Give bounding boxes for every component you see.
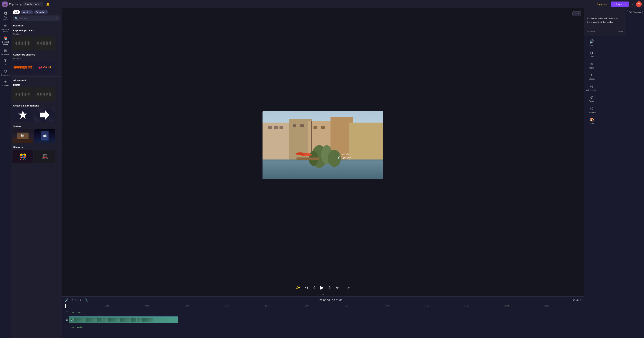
search-icon: 🔍 xyxy=(15,17,18,20)
fade-tool-icon: ◑ xyxy=(590,50,594,55)
rp-audio[interactable]: 🔊 Audio xyxy=(585,38,598,48)
cut-button[interactable]: ✂ xyxy=(79,298,83,302)
video-thumb-1[interactable]: 🏛 xyxy=(12,129,33,142)
rp-speed[interactable]: ⊙ Speed xyxy=(585,94,598,104)
svg-rect-21 xyxy=(296,158,319,160)
transitions-icon: ⬡ xyxy=(4,69,7,73)
sidebar-item-brand-kit[interactable]: ◈ Brand kit xyxy=(0,78,10,88)
svg-rect-11 xyxy=(314,126,317,129)
help-button[interactable]: ? xyxy=(631,1,634,7)
sticker-thumb-2[interactable]: मुझे फॉलो करें xyxy=(34,60,55,74)
skip-forward-button[interactable]: ⏭ xyxy=(335,284,340,290)
shape-thumb-1[interactable] xyxy=(12,108,33,122)
undo-button[interactable]: ↩ xyxy=(70,298,74,302)
sidebar-item-your-media[interactable]: 🖼 Your media xyxy=(0,10,10,22)
audio-thumb-2[interactable] xyxy=(34,36,55,50)
zoom-out-button[interactable]: ⊖ xyxy=(573,298,576,302)
sidebar-item-transitions[interactable]: ⬡ Transitions xyxy=(0,68,10,78)
sidebar-item-text[interactable]: T Text xyxy=(0,58,10,67)
skip-back-button[interactable]: ⏮ xyxy=(304,284,309,290)
clipchamp-selects-header[interactable]: Clipchamp selects › xyxy=(12,28,60,33)
visuals-chevron-icon: ▾ xyxy=(44,11,46,13)
arrow-shape xyxy=(40,110,50,120)
attach-button[interactable]: 📎 xyxy=(84,298,89,302)
sidebar-item-templates[interactable]: ⊞ Templates xyxy=(0,47,10,57)
rp-filters[interactable]: ⊗ Filters xyxy=(585,60,598,70)
sidebar-item-record-create[interactable]: ⊕ Record & create xyxy=(0,22,10,34)
clip-audio-icon: 🔊 xyxy=(70,318,74,322)
link-tool-button[interactable]: 🔗 xyxy=(64,298,69,302)
chevron-down-icon: ▾ xyxy=(624,3,626,6)
clip-frame-12 xyxy=(137,318,142,322)
sticker-emoji-2: 🎩 xyxy=(41,153,48,160)
search-input[interactable] xyxy=(19,17,54,20)
featured-header[interactable]: Featured xyxy=(12,23,60,28)
rp-effects[interactable]: ✦ Effects xyxy=(585,71,598,82)
svg-rect-12 xyxy=(321,126,325,129)
sticker-video-thumb-2[interactable]: 🎩 xyxy=(34,150,55,163)
clip-frame-6 xyxy=(103,318,108,322)
sidebar-item-label-content-library: Content library xyxy=(1,41,10,45)
sidebar-item-label-your-media: Your media xyxy=(1,16,10,20)
text-track-label: T xyxy=(65,311,69,314)
sticker-video-thumb-1[interactable]: 🎊 xyxy=(12,150,33,163)
user-avatar[interactable]: Y xyxy=(636,1,642,7)
clipchamp-selects-count: 549 items xyxy=(12,33,60,36)
sticker-2-preview: मुझे फॉलो करें xyxy=(34,60,55,74)
mark-4: 9:24 xyxy=(225,305,265,307)
add-audio-button[interactable]: + Add audio xyxy=(70,326,82,329)
upgrade-button[interactable]: Upgrade xyxy=(595,2,609,6)
filter-all-button[interactable]: All xyxy=(13,10,20,14)
adjust-colors-tool-icon: ◎ xyxy=(590,84,594,88)
rp-fade[interactable]: ◑ Fade xyxy=(585,49,598,59)
mark-2: 4:42 xyxy=(145,305,185,307)
shapes-header[interactable]: Shapes & annotations › xyxy=(12,102,60,108)
forward-button[interactable]: ↻ xyxy=(328,285,332,290)
subscribe-stickers-header[interactable]: Subscribe stickers › xyxy=(12,52,60,57)
notification-icon[interactable]: 🔔 xyxy=(46,2,50,6)
color-tool-label: Color xyxy=(590,122,594,125)
aspect-ratio-badge[interactable]: 16:9 xyxy=(572,11,581,16)
rp-transition[interactable]: ⬡ Transition xyxy=(585,104,598,115)
play-button[interactable]: ▶ xyxy=(319,284,325,291)
music-thumb-2[interactable] xyxy=(34,88,55,101)
timeline: 🔗 ↩ ↪ ✂ 📎 00:00.00 / 18:31.08 ⊖ ⊕ ⤡ xyxy=(62,296,584,338)
templates-icon: ⊞ xyxy=(4,48,7,53)
shape-thumb-2[interactable] xyxy=(34,108,55,122)
videos-header[interactable]: Videos › xyxy=(12,123,60,129)
info-placeholder: . xyxy=(587,11,588,14)
stickers-grid: 🎊 🎩 xyxy=(12,150,60,165)
redo-button[interactable]: ↪ xyxy=(74,298,78,302)
clip-frame-1 xyxy=(74,318,80,322)
music-header[interactable]: Music › xyxy=(12,83,60,88)
add-text-button[interactable]: + Add text xyxy=(70,311,81,314)
video-title[interactable]: Untitled video xyxy=(24,2,43,6)
timeline-ruler: 0 2:21 4:42 7:03 9:24 11:45 14:06 16:27 … xyxy=(62,304,584,308)
info-panel: . No items selected. Select an item to a… xyxy=(584,8,626,36)
expand-timeline-button[interactable]: ⤡ xyxy=(580,298,582,302)
video-thumb-2[interactable]: 🏙 xyxy=(34,129,55,142)
rp-color[interactable]: 🎨 Color xyxy=(585,116,598,126)
rp-adjust-colors[interactable]: ◎ Adjust colors xyxy=(585,82,598,93)
fullscreen-button[interactable]: ⤢ xyxy=(347,286,350,290)
captions-button[interactable]: CC Captions xyxy=(627,10,642,14)
sort-button[interactable]: ≡ xyxy=(55,16,58,20)
clipchamp-selects-title: Clipchamp selects xyxy=(13,29,35,32)
stickers-header[interactable]: Stickers › xyxy=(12,144,60,150)
timeline-collapse[interactable]: ▼ xyxy=(62,293,584,296)
sticker-thumb-1[interactable]: सब्सक्राइब करें xyxy=(12,60,33,74)
sidebar-item-content-library[interactable]: 📚 Content library xyxy=(0,34,10,47)
featured-title: Featured xyxy=(13,24,24,27)
filter-audio-button[interactable]: Audio ▾ xyxy=(21,10,33,14)
svg-rect-5 xyxy=(350,122,384,160)
filter-visuals-button[interactable]: Visuals ▾ xyxy=(34,10,48,14)
video-clip[interactable]: 🔊 xyxy=(69,316,178,323)
audio-thumb-1[interactable] xyxy=(12,36,33,50)
music-thumb-1[interactable] xyxy=(12,88,33,101)
preview-video: a film by Greenery xyxy=(262,111,384,179)
rewind-button[interactable]: ↺ xyxy=(312,285,316,290)
magic-button[interactable]: ✨ xyxy=(296,285,301,290)
export-button[interactable]: ↑ Export ▾ xyxy=(611,2,629,6)
zoom-in-button[interactable]: ⊕ xyxy=(576,298,579,302)
mark-3: 7:03 xyxy=(185,305,225,307)
